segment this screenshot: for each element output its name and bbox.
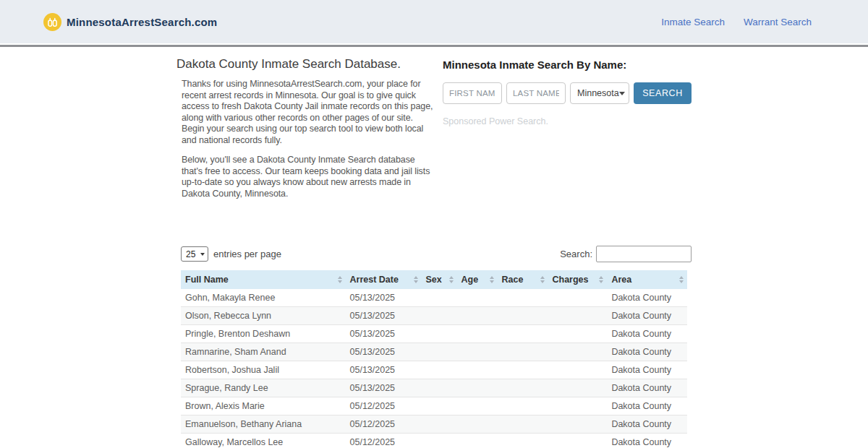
inmate-table: Full Name Arrest Date Sex Age Race Charg…	[181, 270, 687, 448]
intro-paragraph-1: Thanks for using MinnesotaArrestSearch.c…	[176, 79, 435, 146]
cell-area: Dakota County	[607, 307, 687, 325]
table-row: Sprague, Randy Lee05/13/2025Dakota Count…	[181, 379, 687, 397]
cell-charges	[548, 325, 608, 343]
chevron-down-icon	[619, 92, 625, 95]
inmate-table-header: Full Name Arrest Date Sex Age Race Charg…	[181, 270, 687, 289]
site-logo-link[interactable]: MinnesotaArrestSearch.com	[43, 13, 217, 31]
sort-icon[interactable]	[679, 276, 684, 283]
table-controls: 25 entries per page Search:	[176, 246, 692, 262]
sort-icon[interactable]	[338, 276, 342, 283]
cell-race	[498, 379, 548, 397]
cell-area: Dakota County	[607, 343, 687, 361]
cell-charges	[548, 307, 608, 325]
cell-race	[498, 307, 548, 325]
cell-age	[457, 379, 498, 397]
nav-inmate-search[interactable]: Inmate Search	[661, 17, 725, 27]
cell-arrest-date: 05/13/2025	[346, 307, 422, 325]
sort-icon[interactable]	[599, 276, 603, 283]
cell-area: Dakota County	[607, 397, 687, 415]
cell-area: Dakota County	[607, 434, 687, 448]
state-select[interactable]: Minnesota	[570, 82, 629, 104]
cell-sex	[422, 307, 457, 325]
cell-full-name: Pringle, Brenton Deshawn	[181, 325, 346, 343]
state-select-value: Minnesota	[577, 88, 619, 98]
cell-sex	[422, 397, 457, 415]
cell-age	[457, 307, 498, 325]
cell-charges	[548, 343, 608, 361]
column-header-age[interactable]: Age	[457, 270, 498, 289]
cell-charges	[548, 434, 608, 448]
cell-race	[498, 397, 548, 415]
column-header-arrest-date[interactable]: Arrest Date	[346, 270, 422, 289]
entries-per-page-select[interactable]: 25	[181, 246, 208, 262]
site-title: MinnesotaArrestSearch.com	[67, 16, 217, 28]
intro-text-column: Dakota County Inmate Search Database. Th…	[176, 51, 443, 208]
cell-race	[498, 415, 548, 434]
last-name-input[interactable]	[506, 82, 566, 104]
name-search-title: Minnesota Inmate Search By Name:	[443, 59, 692, 71]
cell-age	[457, 361, 498, 379]
cell-race	[498, 325, 548, 343]
column-header-charges[interactable]: Charges	[548, 270, 608, 289]
cell-age	[457, 343, 498, 361]
cell-age	[457, 415, 498, 434]
cell-full-name: Gohn, Makayla Renee	[181, 289, 346, 307]
table-search-label: Search:	[560, 249, 592, 259]
cell-arrest-date: 05/13/2025	[346, 379, 422, 397]
cell-arrest-date: 05/13/2025	[346, 325, 422, 343]
cell-race	[498, 343, 548, 361]
cell-area: Dakota County	[607, 415, 687, 434]
cell-race	[498, 434, 548, 448]
sponsored-note: Sponsored Power Search.	[443, 116, 692, 126]
sort-icon[interactable]	[449, 276, 454, 283]
main-content: Dakota County Inmate Search Database. Th…	[176, 51, 692, 448]
cell-age	[457, 434, 498, 448]
sort-icon[interactable]	[414, 276, 418, 283]
cell-sex	[422, 325, 457, 343]
table-row: Galloway, Marcellos Lee05/12/2025Dakota …	[181, 434, 687, 448]
table-row: Robertson, Joshua Jalil05/13/2025Dakota …	[181, 361, 687, 379]
cell-full-name: Brown, Alexis Marie	[181, 397, 346, 415]
cell-charges	[548, 289, 608, 307]
table-search-wrap: Search:	[560, 246, 692, 262]
cell-arrest-date: 05/12/2025	[346, 397, 422, 415]
column-header-sex[interactable]: Sex	[422, 270, 457, 289]
cell-charges	[548, 397, 608, 415]
cell-full-name: Galloway, Marcellos Lee	[181, 434, 346, 448]
search-button[interactable]: SEARCH	[634, 82, 692, 104]
cell-sex	[422, 415, 457, 434]
cell-sex	[422, 343, 457, 361]
cell-arrest-date: 05/13/2025	[346, 361, 422, 379]
entries-per-page-value: 25	[186, 249, 195, 259]
cell-age	[457, 325, 498, 343]
sort-icon[interactable]	[540, 276, 545, 283]
inmate-table-section: 25 entries per page Search: Full Name Ar…	[176, 246, 692, 448]
cell-area: Dakota County	[607, 325, 687, 343]
cell-race	[498, 289, 548, 307]
table-search-input[interactable]	[596, 246, 692, 262]
page-title: Dakota County Inmate Search Database.	[176, 57, 435, 72]
first-name-input[interactable]	[443, 82, 502, 104]
site-header: MinnesotaArrestSearch.com Inmate Search …	[0, 0, 868, 43]
column-header-race[interactable]: Race	[498, 270, 548, 289]
cell-age	[457, 397, 498, 415]
table-row: Emanuelson, Bethany Ariana05/12/2025Dako…	[181, 415, 687, 434]
nav-warrant-search[interactable]: Warrant Search	[744, 17, 812, 27]
column-header-area[interactable]: Area	[607, 270, 687, 289]
cell-arrest-date: 05/12/2025	[346, 434, 422, 448]
cell-full-name: Emanuelson, Bethany Ariana	[181, 415, 346, 434]
top-nav: Inmate Search Warrant Search	[661, 17, 812, 27]
column-header-full-name[interactable]: Full Name	[181, 270, 346, 289]
cell-sex	[422, 379, 457, 397]
name-search-panel: Minnesota Inmate Search By Name: Minneso…	[443, 51, 692, 208]
cell-sex	[422, 289, 457, 307]
cell-full-name: Ramnarine, Sham Anand	[181, 343, 346, 361]
cell-full-name: Sprague, Randy Lee	[181, 379, 346, 397]
table-row: Ramnarine, Sham Anand05/13/2025Dakota Co…	[181, 343, 687, 361]
intro-section: Dakota County Inmate Search Database. Th…	[176, 51, 692, 208]
cell-charges	[548, 415, 608, 434]
sort-icon[interactable]	[490, 276, 494, 283]
entries-per-page-label: entries per page	[213, 249, 281, 259]
cell-full-name: Olson, Rebecca Lynn	[181, 307, 346, 325]
intro-paragraph-2: Below, you'll see a Dakota County Inmate…	[176, 155, 435, 199]
